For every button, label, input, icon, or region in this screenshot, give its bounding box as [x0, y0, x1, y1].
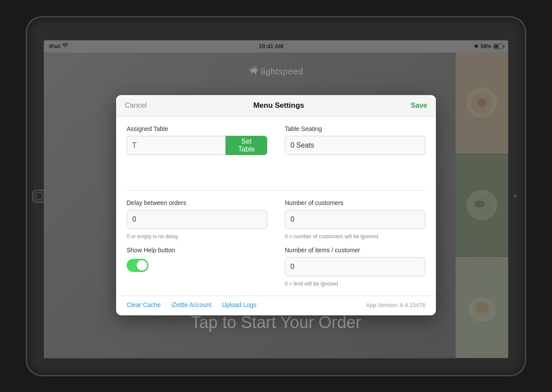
table-seating-group: Table Seating [285, 125, 425, 155]
ipad-frame: iPad 10:41 AM ✱ 58% [26, 17, 526, 376]
ipad-label: iPad [49, 43, 60, 49]
modal-footer: Clear Cache iZettle Account Upload Logs … [116, 296, 436, 315]
battery-icon [493, 44, 503, 49]
ipad-screen: iPad 10:41 AM ✱ 58% [44, 40, 508, 358]
delay-orders-input[interactable] [127, 210, 267, 229]
modal-header: Cancel Menu Settings Save [116, 95, 436, 117]
delay-orders-hint: 0 or empty is no delay [127, 233, 267, 240]
num-customers-hint: 0 = number of customers will be ignored [285, 233, 425, 240]
section-spacer [127, 155, 425, 181]
app-version: App Version: 6.4.15476 [366, 302, 425, 308]
show-help-toggle[interactable] [127, 259, 149, 272]
home-button-inner [35, 193, 42, 200]
num-customers-group: Number of customers 0 = number of custom… [285, 199, 425, 240]
show-help-toggle-wrap [127, 259, 267, 272]
table-seating-label: Table Seating [285, 125, 425, 132]
status-left: iPad [49, 43, 68, 49]
spacer-2 [127, 240, 425, 247]
status-right: ✱ 58% [474, 43, 503, 49]
settings-section: Delay between orders 0 or empty is no de… [127, 199, 425, 240]
assigned-table-input[interactable] [127, 136, 226, 155]
delay-orders-group: Delay between orders 0 or empty is no de… [127, 199, 267, 240]
status-time: 10:41 AM [259, 43, 284, 49]
num-customers-input[interactable] [285, 210, 425, 229]
modal-title: Menu Settings [253, 101, 304, 110]
table-section: Assigned Table Set Table Table Seating [127, 125, 425, 155]
items-per-customer-input[interactable] [285, 257, 425, 276]
battery-fill [494, 45, 499, 48]
num-customers-label: Number of customers [285, 199, 425, 206]
clear-cache-button[interactable]: Clear Cache [127, 301, 161, 308]
divider-1 [127, 190, 425, 191]
items-per-customer-label: Number of items / customer [285, 247, 425, 254]
izettle-account-button[interactable]: iZettle Account [171, 301, 212, 308]
assigned-table-group: Assigned Table Set Table [127, 125, 267, 155]
show-help-group: Show Help button [127, 247, 267, 287]
delay-orders-label: Delay between orders [127, 199, 267, 206]
cancel-button[interactable]: Cancel [125, 102, 147, 109]
save-button[interactable]: Save [411, 102, 427, 109]
assigned-table-label: Assigned Table [127, 125, 267, 132]
items-per-customer-hint: 0 = limit will be ignored [285, 281, 425, 287]
wifi-icon [62, 43, 68, 49]
modal-body: Assigned Table Set Table Table Seating [116, 117, 436, 296]
upload-logs-button[interactable]: Upload Logs [222, 301, 257, 308]
set-table-button[interactable]: Set Table [226, 136, 267, 155]
camera-dot [513, 194, 517, 198]
help-items-section: Show Help button Number of items / custo… [127, 247, 425, 287]
modal-overlay: Cancel Menu Settings Save Assigned Table… [44, 53, 508, 358]
table-seating-input[interactable] [285, 136, 425, 155]
status-bar: iPad 10:41 AM ✱ 58% [44, 40, 508, 53]
battery-percent: 58% [481, 43, 491, 49]
show-help-label: Show Help button [127, 247, 267, 254]
bluetooth-icon: ✱ [474, 43, 478, 49]
toggle-thumb [137, 260, 147, 271]
footer-links: Clear Cache iZettle Account Upload Logs [127, 301, 256, 308]
items-per-customer-group: Number of items / customer 0 = limit wil… [285, 247, 425, 287]
assigned-table-row: Set Table [127, 136, 267, 155]
menu-settings-modal: Cancel Menu Settings Save Assigned Table… [116, 95, 436, 315]
